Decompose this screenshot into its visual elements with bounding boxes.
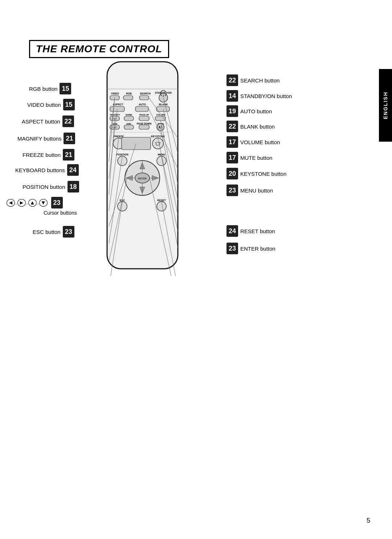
- badge-esc: 23: [63, 226, 74, 238]
- badge-magnify: 21: [64, 133, 75, 144]
- label-menu: 23 MENU button: [225, 185, 273, 196]
- svg-text:RGB: RGB: [126, 92, 132, 95]
- label-video: VIDEO button 15: [27, 99, 76, 110]
- badge-cursor: 23: [51, 197, 63, 208]
- svg-text:KEYSTONE: KEYSTONE: [151, 135, 165, 138]
- svg-text:END: END: [113, 123, 118, 125]
- label-cursor-text: Cursor buttons: [44, 210, 77, 216]
- label-keyboard: KEYBOARD buttons 24: [15, 164, 80, 176]
- svg-point-61: [157, 202, 166, 211]
- remote-control-svg: VIDEO RGB SEARCH STANDBY/ON ASPECT AUTO …: [85, 58, 205, 276]
- svg-rect-8: [139, 96, 149, 100]
- badge-freeze: 21: [63, 149, 74, 161]
- svg-rect-7: [123, 96, 133, 100]
- english-sidebar: ENGLISH: [379, 69, 392, 142]
- badge-auto: 19: [226, 105, 238, 117]
- label-enter: 23 ENTER button: [225, 243, 275, 254]
- svg-point-60: [118, 202, 127, 211]
- svg-rect-23: [124, 116, 134, 121]
- label-reset: 24 RESET button: [225, 225, 275, 237]
- svg-text:PAGE UP: PAGE UP: [139, 114, 149, 116]
- svg-point-46: [157, 156, 166, 166]
- title-box: THE REMOTE CONTROL: [29, 40, 169, 58]
- svg-rect-33: [139, 125, 149, 129]
- svg-text:ASPECT: ASPECT: [113, 103, 123, 106]
- label-aspect: ASPECT button 22: [22, 115, 75, 127]
- svg-text:VOLUME: VOLUME: [156, 114, 166, 116]
- svg-text:VIDEO: VIDEO: [111, 92, 119, 95]
- svg-rect-25: [155, 116, 166, 121]
- badge-menu: 23: [226, 185, 238, 196]
- badge-keystone: 20: [226, 168, 238, 179]
- svg-text:MAGNIFY: MAGNIFY: [110, 114, 120, 116]
- label-standby: 14 STANDBY/ON button: [225, 90, 292, 102]
- badge-enter: 23: [226, 243, 238, 254]
- badge-standby: 14: [226, 90, 238, 102]
- badge-video: 15: [63, 99, 75, 110]
- svg-text:HOME: HOME: [126, 114, 132, 116]
- badge-reset: 24: [226, 225, 238, 237]
- svg-rect-24: [139, 116, 149, 121]
- svg-text:POSITION: POSITION: [116, 153, 128, 156]
- svg-text:ENTER: ENTER: [138, 177, 147, 180]
- label-position: POSITION button 18: [23, 181, 81, 192]
- page-number: 5: [367, 517, 370, 524]
- svg-text:RESET: RESET: [157, 199, 166, 202]
- svg-point-45: [118, 156, 127, 166]
- svg-rect-15: [135, 106, 148, 112]
- label-search: 22 SEARCH button: [225, 74, 279, 86]
- label-volume: 17 VOLUME button: [225, 136, 280, 148]
- svg-text:BLANK: BLANK: [159, 103, 168, 106]
- badge-search: 22: [226, 74, 238, 86]
- label-freeze: FREEZE button 21: [23, 149, 76, 161]
- label-esc: ESC button 23: [33, 226, 76, 238]
- svg-text:PAGE DOWN: PAGE DOWN: [137, 122, 152, 125]
- svg-point-41: [152, 138, 163, 149]
- badge-blank: 22: [226, 121, 238, 132]
- badge-keyboard: 24: [67, 164, 79, 176]
- badge-aspect: 22: [62, 115, 74, 127]
- page-title: THE REMOTE CONTROL: [36, 43, 162, 55]
- label-blank: 22 BLANK button: [225, 121, 275, 132]
- label-cursor-symbols: ◄ , ► , ▲ , ▼ 23: [7, 197, 64, 208]
- badge-position: 18: [68, 181, 79, 192]
- svg-text:AUTO: AUTO: [139, 103, 146, 106]
- page-container: THE REMOTE CONTROL ENGLISH RGB button 15…: [0, 0, 392, 539]
- badge-mute: 17: [226, 152, 238, 163]
- label-magnify: MAGNIFY buttons 21: [17, 133, 77, 144]
- svg-text:SEARCH: SEARCH: [140, 92, 151, 95]
- badge-rgb: 15: [60, 83, 71, 94]
- label-mute: 17 MUTE button: [225, 152, 272, 163]
- svg-rect-32: [124, 125, 134, 129]
- label-rgb: RGB button 15: [29, 83, 73, 94]
- badge-volume: 17: [226, 136, 238, 148]
- svg-text:END: END: [127, 123, 131, 125]
- label-auto: 19 AUTO button: [225, 105, 272, 117]
- label-keystone: 20 KEYSTONE button: [225, 168, 286, 179]
- english-label: ENGLISH: [383, 92, 388, 119]
